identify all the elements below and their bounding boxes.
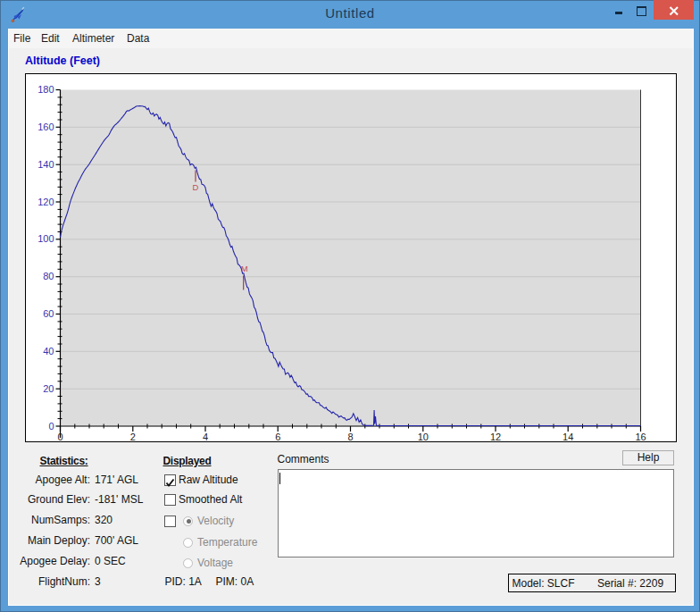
svg-text:140: 140	[38, 159, 54, 170]
svg-text:180: 180	[38, 84, 54, 95]
svg-text:100: 100	[38, 233, 54, 244]
svg-text:16: 16	[635, 432, 646, 441]
svg-text:10: 10	[418, 432, 429, 441]
svg-text:60: 60	[43, 308, 54, 319]
svg-text:14: 14	[562, 432, 573, 441]
svg-text:D: D	[193, 182, 199, 192]
svg-text:120: 120	[38, 197, 54, 207]
svg-text:2: 2	[130, 432, 136, 441]
svg-text:40: 40	[43, 346, 54, 356]
svg-text:6: 6	[275, 432, 280, 441]
svg-text:0: 0	[57, 432, 62, 441]
svg-text:20: 20	[43, 383, 54, 394]
svg-text:0: 0	[48, 421, 54, 432]
svg-text:80: 80	[43, 271, 54, 281]
svg-text:160: 160	[38, 122, 54, 132]
svg-text:12: 12	[490, 432, 501, 441]
svg-text:8: 8	[347, 432, 353, 441]
svg-text:4: 4	[203, 432, 208, 441]
svg-text:M: M	[241, 264, 248, 273]
